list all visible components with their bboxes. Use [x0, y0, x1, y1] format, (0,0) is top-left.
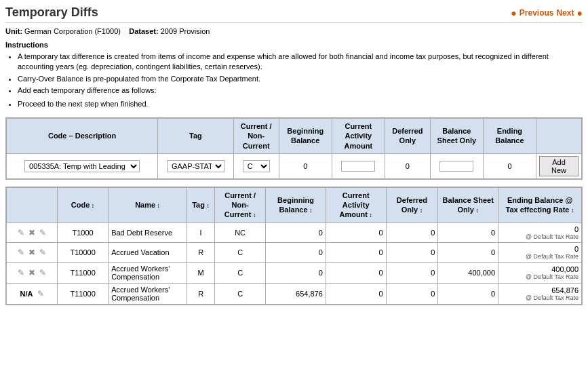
current-noncurrent-cell: C	[215, 243, 266, 263]
beginning-balance-cell: 0	[266, 243, 326, 263]
deferred-only-cell: 0	[386, 243, 438, 263]
unit-label: Unit:	[5, 27, 22, 35]
row-icons-cell: N/A ✎	[7, 284, 58, 305]
table-row: N/A ✎T11000Accrued Workers' Compensation…	[7, 284, 582, 305]
instructions-section: Instructions A temporary tax difference …	[5, 41, 583, 109]
add-new-cell: Add New	[536, 153, 581, 178]
input-table: Code – Description Tag Current / Non-Cur…	[6, 118, 582, 179]
previous-button[interactable]: Previous	[520, 8, 554, 18]
data-table: Code Name Tag Current / Non-Current Begi…	[6, 187, 582, 305]
deferred-only-value: 0	[406, 162, 410, 170]
delete-icon[interactable]: ✖	[28, 228, 35, 237]
data-header-deferred-only[interactable]: Deferred Only	[386, 187, 438, 223]
beginning-balance-cell: 0	[266, 223, 326, 243]
row-icons-cell: ✎ ✖ ✎	[7, 223, 58, 243]
copy-icon[interactable]: ✎	[37, 289, 44, 298]
page-header: Temporary Diffs ● Previous Next ●	[5, 5, 583, 23]
code-cell: T1000	[58, 223, 109, 243]
code-cell: T11000	[58, 284, 109, 305]
name-cell: Accrued Workers' Compensation	[109, 263, 187, 284]
data-table-section: Code Name Tag Current / Non-Current Begi…	[5, 187, 583, 305]
tag-cell: M	[187, 263, 215, 284]
edit-icon[interactable]: ✎	[18, 228, 24, 237]
beginning-balance-value: 0	[303, 162, 307, 170]
data-header-ending-balance[interactable]: Ending Balance @ Tax effecting Rate	[498, 187, 582, 223]
tag-cell: GAAP-STAT (G)	[158, 153, 234, 178]
header-balance-sheet-only: Balance Sheet Only	[430, 118, 483, 153]
instructions-list: A temporary tax difference is created fr…	[5, 52, 583, 96]
previous-arrow-icon: ●	[511, 7, 516, 18]
balance-sheet-only-cell: 0	[438, 223, 498, 243]
current-noncurrent-cell: C	[233, 153, 279, 178]
deferred-only-cell: 0	[385, 153, 430, 178]
delete-icon[interactable]: ✖	[28, 268, 35, 277]
code-desc-cell: 005335A: Temp with Leading Zero	[7, 153, 158, 178]
tax-rate-note: @ Default Tax Rate	[501, 273, 579, 280]
ending-balance-value: 0	[507, 162, 511, 170]
current-activity-cell: 0	[326, 223, 386, 243]
data-header-tag[interactable]: Tag	[187, 187, 215, 223]
unit-value: German Corporation (F1000)	[24, 27, 121, 35]
header-deferred-only: Deferred Only	[385, 118, 430, 153]
header-tag: Tag	[158, 118, 234, 153]
copy-icon[interactable]: ✎	[39, 228, 46, 237]
add-new-button[interactable]: Add New	[539, 156, 579, 176]
balance-sheet-only-cell: 0	[438, 243, 498, 263]
tag-cell: I	[187, 223, 215, 243]
input-row: 005335A: Temp with Leading Zero GAAP-STA…	[7, 153, 582, 178]
proceed-instruction: Proceed to the next step when finished.	[18, 99, 583, 109]
input-table-section: Code – Description Tag Current / Non-Cur…	[5, 117, 583, 180]
edit-icon[interactable]: ✎	[18, 268, 24, 277]
tax-rate-note: @ Default Tax Rate	[501, 253, 579, 260]
data-header-beginning-balance[interactable]: Beginning Balance	[266, 187, 326, 223]
name-cell: Accrued Vacation	[109, 243, 187, 263]
ending-balance-cell: 654,876@ Default Tax Rate	[498, 284, 582, 305]
header-beginning-balance: Beginning Balance	[279, 118, 332, 153]
tag-select[interactable]: GAAP-STAT (G)	[167, 160, 224, 172]
dataset-value: 2009 Provision	[161, 27, 210, 35]
data-header-name[interactable]: Name	[109, 187, 187, 223]
page-title: Temporary Diffs	[5, 5, 98, 20]
name-cell: Accrued Workers' Compensation	[109, 284, 187, 305]
data-header-icons	[7, 187, 58, 223]
unit-info: Unit: German Corporation (F1000) Dataset…	[5, 27, 583, 35]
balance-sheet-only-input[interactable]	[439, 161, 473, 172]
current-activity-input[interactable]	[341, 161, 375, 172]
copy-icon[interactable]: ✎	[39, 248, 46, 257]
current-activity-cell	[332, 153, 385, 178]
ending-balance-cell: 0@ Default Tax Rate	[498, 243, 582, 263]
current-noncurrent-select[interactable]: C	[243, 160, 270, 172]
data-header-code[interactable]: Code	[58, 187, 109, 223]
edit-icon[interactable]: ✎	[18, 248, 24, 257]
data-header-current-noncurrent[interactable]: Current / Non-Current	[215, 187, 266, 223]
tag-cell: R	[187, 284, 215, 305]
beginning-balance-cell: 654,876	[266, 284, 326, 305]
dataset-label: Dataset:	[129, 27, 158, 35]
data-header-current-activity[interactable]: Current Activity Amount	[326, 187, 386, 223]
header-ending-balance: Ending Balance	[483, 118, 536, 153]
beginning-balance-cell: 0	[279, 153, 332, 178]
tag-cell: R	[187, 243, 215, 263]
deferred-only-cell: 0	[386, 284, 438, 305]
beginning-balance-cell: 0	[266, 263, 326, 284]
current-noncurrent-cell: C	[215, 284, 266, 305]
na-badge: N/A	[20, 290, 33, 298]
instructions-proceed-list: Proceed to the next step when finished.	[5, 99, 583, 109]
data-header-balance-sheet-only[interactable]: Balance Sheet Only	[438, 187, 498, 223]
ending-balance-value: 654,876	[551, 286, 579, 294]
navigation: ● Previous Next ●	[511, 7, 583, 18]
tax-rate-note: @ Default Tax Rate	[501, 233, 579, 240]
copy-icon[interactable]: ✎	[39, 268, 46, 277]
row-icons-cell: ✎ ✖ ✎	[7, 243, 58, 263]
code-desc-select[interactable]: 005335A: Temp with Leading Zero	[24, 160, 140, 172]
header-current-noncurrent: Current / Non-Current	[233, 118, 279, 153]
current-noncurrent-cell: NC	[215, 223, 266, 243]
ending-balance-value: 0	[574, 245, 579, 253]
ending-balance-cell: 0	[483, 153, 536, 178]
instructions-title: Instructions	[5, 41, 583, 49]
current-activity-cell: 0	[326, 284, 386, 305]
table-row: ✎ ✖ ✎T10000Accrued VacationRC00000@ Defa…	[7, 243, 582, 263]
delete-icon[interactable]: ✖	[28, 248, 35, 257]
balance-sheet-only-cell: 0	[438, 284, 498, 305]
next-button[interactable]: Next	[557, 8, 574, 18]
